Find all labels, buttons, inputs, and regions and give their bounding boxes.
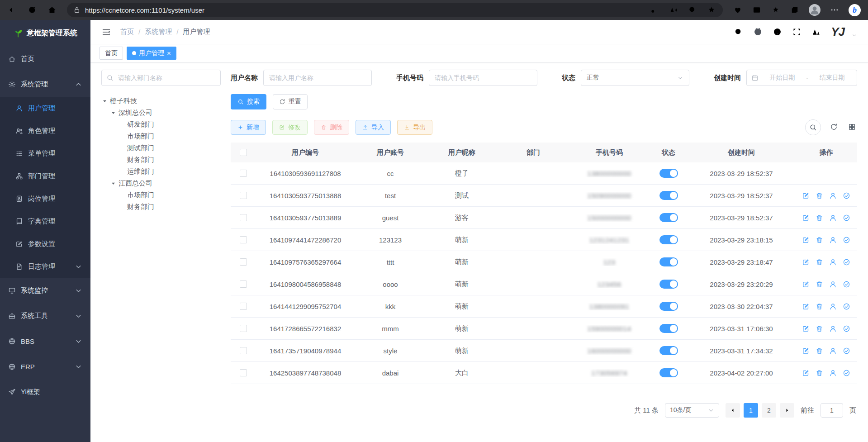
close-tag-icon[interactable]: ×	[167, 50, 171, 57]
question-button[interactable]	[773, 27, 782, 37]
edit-user-button[interactable]	[802, 192, 810, 200]
next-page-button[interactable]	[780, 403, 794, 418]
row-checkbox[interactable]	[240, 347, 247, 354]
delete-button[interactable]: 删除	[314, 120, 349, 135]
edit-button[interactable]: 修改	[272, 120, 308, 135]
row-checkbox[interactable]	[240, 303, 247, 310]
import-button[interactable]: 导入	[356, 120, 391, 135]
dept-search-input[interactable]	[101, 70, 221, 86]
assign-role-button[interactable]	[843, 303, 850, 310]
delete-user-button[interactable]	[816, 214, 823, 222]
status-toggle[interactable]	[659, 257, 678, 266]
edit-user-button[interactable]	[802, 236, 810, 244]
delete-user-button[interactable]	[816, 303, 823, 310]
sidebar-item-monitor[interactable]: 系统监控	[0, 278, 90, 303]
select-all-checkbox[interactable]	[240, 149, 247, 156]
sidebar-item-user-mgmt[interactable]: 用户管理	[0, 97, 90, 119]
delete-user-button[interactable]	[816, 192, 823, 200]
status-toggle[interactable]	[659, 324, 678, 333]
status-toggle[interactable]	[659, 235, 678, 244]
sidebar-item-home[interactable]: 首页	[0, 46, 90, 71]
star-plus-button[interactable]	[707, 5, 716, 15]
assign-role-button[interactable]	[843, 325, 850, 333]
page-size-select[interactable]: 10条/页	[665, 403, 719, 418]
edit-user-button[interactable]	[802, 347, 810, 355]
reset-password-button[interactable]	[829, 303, 837, 310]
reset-password-button[interactable]	[829, 369, 837, 377]
phone-input[interactable]	[429, 70, 537, 86]
tree-node[interactable]: 研发部门	[101, 119, 221, 130]
sidebar-item-dict-mgmt[interactable]: 字典管理	[0, 210, 90, 233]
tag-user-mgmt[interactable]: 用户管理 ×	[127, 47, 176, 60]
sidebar-item-dept-mgmt[interactable]: 部门管理	[0, 165, 90, 187]
reset-password-button[interactable]	[829, 192, 837, 200]
search-button[interactable]: 搜索	[231, 94, 266, 109]
breadcrumb-item[interactable]: 首页	[120, 28, 134, 36]
status-toggle[interactable]	[659, 346, 678, 355]
add-button[interactable]: 新增	[231, 120, 266, 135]
reload-button[interactable]	[27, 5, 37, 15]
tree-node[interactable]: 财务部门	[101, 201, 221, 213]
page-2-button[interactable]: 2	[762, 403, 776, 418]
favorites-button[interactable]	[771, 5, 781, 15]
reset-password-button[interactable]	[829, 214, 837, 222]
delete-user-button[interactable]	[816, 258, 823, 266]
reset-button[interactable]: 重置	[273, 94, 308, 109]
edit-user-button[interactable]	[802, 214, 810, 222]
delete-user-button[interactable]	[816, 280, 823, 288]
edit-user-button[interactable]	[802, 280, 810, 288]
delete-user-button[interactable]	[816, 236, 823, 244]
status-toggle[interactable]	[659, 213, 678, 222]
assign-role-button[interactable]	[843, 236, 850, 244]
caret-down-icon[interactable]	[110, 109, 119, 116]
row-checkbox[interactable]	[240, 325, 247, 332]
assign-role-button[interactable]	[843, 347, 850, 355]
tree-node[interactable]: 深圳总公司	[101, 107, 221, 119]
row-checkbox[interactable]	[240, 369, 247, 376]
sidebar-item-log-mgmt[interactable]: 日志管理	[0, 255, 90, 278]
tree-node[interactable]: 运维部门	[101, 166, 221, 177]
row-checkbox[interactable]	[240, 192, 247, 199]
status-toggle[interactable]	[659, 368, 678, 377]
reset-password-button[interactable]	[829, 258, 837, 266]
address-bar[interactable]: https://ccnetcore.com:1101/system/user	[67, 3, 723, 17]
reset-password-button[interactable]	[829, 236, 837, 244]
tree-node[interactable]: 市场部门	[101, 130, 221, 142]
tree-node[interactable]: 市场部门	[101, 189, 221, 201]
assign-role-button[interactable]	[843, 369, 850, 377]
github-button[interactable]	[753, 27, 763, 37]
sidebar-item-param-settings[interactable]: 参数设置	[0, 233, 90, 255]
table-search-button[interactable]	[805, 119, 821, 135]
sidebar-item-bbs[interactable]: BBS	[0, 328, 90, 354]
prev-page-button[interactable]	[726, 403, 740, 418]
back-button[interactable]	[7, 5, 17, 15]
status-toggle[interactable]	[659, 191, 678, 200]
copilot-icon[interactable]: b	[849, 4, 861, 16]
search-button[interactable]	[734, 27, 743, 37]
browser-essentials-button[interactable]	[733, 5, 743, 15]
collections-button[interactable]	[790, 5, 800, 15]
sidebar-item-erp[interactable]: ERP	[0, 354, 90, 379]
edit-user-button[interactable]	[802, 303, 810, 310]
home-button[interactable]	[47, 5, 57, 15]
more-button[interactable]	[830, 5, 840, 15]
caret-down-icon[interactable]	[101, 98, 110, 105]
row-checkbox[interactable]	[240, 280, 247, 288]
breadcrumb-item[interactable]: 系统管理	[145, 28, 172, 36]
assign-role-button[interactable]	[843, 280, 850, 288]
delete-user-button[interactable]	[816, 347, 823, 355]
page-1-button[interactable]: 1	[744, 403, 758, 418]
breadcrumb-item[interactable]: 用户管理	[183, 28, 210, 36]
reset-password-button[interactable]	[829, 280, 837, 288]
caret-down-icon[interactable]	[110, 180, 119, 187]
edit-user-button[interactable]	[802, 369, 810, 377]
table-refresh-button[interactable]	[830, 123, 839, 132]
tree-node[interactable]: 橙子科技	[101, 95, 221, 107]
status-toggle[interactable]	[659, 302, 678, 311]
status-select[interactable]: 正常	[581, 70, 689, 86]
edit-user-button[interactable]	[802, 325, 810, 333]
assign-role-button[interactable]	[843, 214, 850, 222]
text-size-button[interactable]	[811, 27, 821, 37]
key-button[interactable]	[650, 5, 659, 15]
row-checkbox[interactable]	[240, 214, 247, 221]
